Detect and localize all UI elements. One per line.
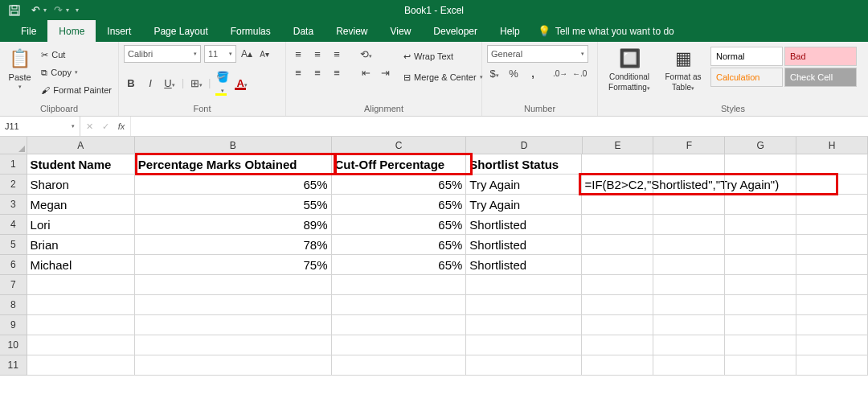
cell-D11[interactable] (466, 355, 582, 376)
cell-F5[interactable] (653, 235, 725, 255)
tab-formulas[interactable]: Formulas (219, 20, 282, 42)
cell-C11[interactable] (332, 355, 467, 376)
cell-D5[interactable]: Shortlisted (466, 235, 582, 255)
tab-help[interactable]: Help (489, 20, 531, 42)
font-name-select[interactable]: Calibri▾ (124, 45, 201, 63)
cell-B6[interactable]: 75% (135, 255, 332, 275)
cell-E11[interactable] (582, 355, 653, 376)
cell-G4[interactable] (725, 215, 796, 235)
underline-button[interactable]: U▾ (162, 77, 177, 89)
cell-F3[interactable] (653, 195, 725, 215)
name-box[interactable]: J11▾ (0, 117, 80, 136)
cell-G11[interactable] (725, 355, 796, 376)
row-header-6[interactable]: 6 (0, 255, 27, 275)
cell-E9[interactable] (582, 315, 653, 335)
col-header-E[interactable]: E (583, 137, 654, 154)
cell-style-check-cell[interactable]: Check Cell (784, 68, 857, 87)
cell-A3[interactable]: Megan (27, 195, 135, 215)
cell-D4[interactable]: Shortlisted (466, 215, 582, 235)
redo-dropdown[interactable]: ▾ (66, 6, 69, 14)
row-header-11[interactable]: 11 (0, 355, 27, 376)
font-color-button[interactable]: A▾ (235, 77, 249, 89)
decrease-font-icon[interactable]: A▾ (257, 50, 272, 59)
cell-B11[interactable] (135, 355, 332, 376)
col-header-A[interactable]: A (27, 137, 135, 154)
redo-icon[interactable]: ↷ (48, 1, 68, 20)
cell-H5[interactable] (796, 235, 868, 255)
cell-C8[interactable] (332, 295, 467, 315)
decrease-indent-icon[interactable]: ⇤ (358, 67, 373, 79)
cell-D6[interactable]: Shortlisted (466, 255, 582, 275)
col-header-F[interactable]: F (653, 137, 725, 154)
row-header-2[interactable]: 2 (0, 175, 27, 195)
cell-C5[interactable]: 65% (332, 235, 467, 255)
cell-C6[interactable]: 65% (332, 255, 467, 275)
font-size-select[interactable]: 11▾ (204, 45, 236, 63)
row-header-10[interactable]: 10 (0, 335, 27, 355)
save-icon[interactable] (5, 1, 24, 20)
cell-style-normal[interactable]: Normal (710, 47, 783, 66)
select-all-corner[interactable] (0, 137, 27, 154)
cell-B4[interactable]: 89% (135, 215, 332, 235)
cell-G3[interactable] (725, 195, 796, 215)
cell-B1[interactable]: Percentage Marks Obtained (135, 154, 332, 175)
undo-dropdown[interactable]: ▾ (43, 6, 47, 14)
cell-H9[interactable] (796, 315, 868, 335)
cell-E2[interactable]: =IF(B2>C2,"Shortlisted","Try Again") (582, 175, 653, 195)
cell-D7[interactable] (466, 275, 582, 295)
qat-customize[interactable]: ▾ (76, 6, 79, 14)
cell-E6[interactable] (582, 255, 653, 275)
cell-C7[interactable] (332, 275, 467, 295)
cell-F7[interactable] (653, 275, 725, 295)
col-header-C[interactable]: C (332, 137, 467, 154)
row-header-7[interactable]: 7 (0, 275, 27, 295)
cell-E10[interactable] (582, 335, 653, 355)
cell-G5[interactable] (725, 235, 796, 255)
wrap-text-button[interactable]: ↩Wrap Text (402, 48, 485, 64)
cell-F8[interactable] (653, 295, 725, 315)
col-header-D[interactable]: D (466, 137, 582, 154)
cell-F9[interactable] (653, 315, 725, 335)
accounting-format-icon[interactable]: $▾ (487, 68, 502, 80)
tab-page-layout[interactable]: Page Layout (142, 20, 219, 42)
cut-button[interactable]: ✂Cut (39, 47, 113, 63)
cell-G2[interactable] (725, 175, 796, 195)
row-header-3[interactable]: 3 (0, 195, 27, 215)
cell-B8[interactable] (135, 295, 332, 315)
comma-format-icon[interactable]: , (526, 68, 540, 80)
tab-file[interactable]: File (10, 20, 47, 42)
cell-H7[interactable] (796, 275, 868, 295)
align-left-icon[interactable]: ≡ (291, 67, 305, 79)
cell-H8[interactable] (796, 295, 868, 315)
cell-C4[interactable]: 65% (332, 215, 467, 235)
cell-E7[interactable] (582, 275, 653, 295)
cell-H2[interactable] (796, 175, 868, 195)
cell-D9[interactable] (466, 315, 582, 335)
cell-G9[interactable] (725, 315, 796, 335)
cell-A6[interactable]: Michael (27, 255, 135, 275)
cell-E3[interactable] (582, 195, 653, 215)
cell-A10[interactable] (27, 335, 135, 355)
border-button[interactable]: ⊞▾ (189, 77, 203, 89)
increase-decimal-icon[interactable]: .0→ (553, 69, 567, 78)
format-as-table-button[interactable]: ▦ Format as Table▾ (661, 45, 706, 92)
orientation-icon[interactable]: ⟲▾ (358, 48, 373, 60)
cell-A2[interactable]: Sharon (27, 175, 135, 195)
enter-formula-icon[interactable]: ✓ (100, 121, 111, 132)
col-header-B[interactable]: B (135, 137, 332, 154)
increase-indent-icon[interactable]: ⇥ (378, 67, 392, 79)
bold-button[interactable]: B (124, 77, 138, 89)
row-header-9[interactable]: 9 (0, 315, 27, 335)
cell-A7[interactable] (27, 275, 135, 295)
format-painter-button[interactable]: 🖌Format Painter (39, 82, 113, 98)
cell-A9[interactable] (27, 315, 135, 335)
cell-style-calculation[interactable]: Calculation (710, 68, 783, 87)
cell-C10[interactable] (332, 335, 467, 355)
percent-format-icon[interactable]: % (506, 68, 521, 80)
tab-developer[interactable]: Developer (422, 20, 489, 42)
align-middle-icon[interactable]: ≡ (310, 48, 325, 60)
row-header-5[interactable]: 5 (0, 235, 27, 255)
row-header-8[interactable]: 8 (0, 295, 27, 315)
formula-input[interactable] (131, 117, 868, 136)
align-right-icon[interactable]: ≡ (330, 67, 344, 79)
